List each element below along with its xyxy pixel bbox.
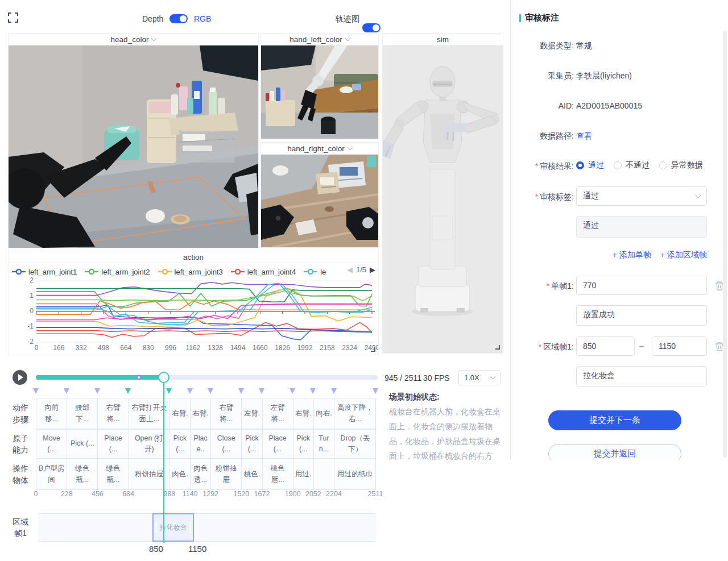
action-steps-cell[interactable]: 左臂. <box>242 398 262 429</box>
objects-cell[interactable]: 肉色透... <box>191 459 211 489</box>
resize-handle-icon[interactable] <box>371 347 375 352</box>
atomic-abilities-cell[interactable]: Pick (... <box>170 430 191 458</box>
action-steps-cell[interactable]: 右臂. <box>170 398 191 429</box>
boundary-marker[interactable] <box>373 388 378 394</box>
single-frame-marker-dot[interactable] <box>136 375 141 380</box>
radio-fail-label[interactable]: 不通过 <box>626 160 650 171</box>
legend-item[interactable]: le <box>304 268 326 276</box>
add-region-frame-link[interactable]: + 添加区域帧 <box>660 250 707 260</box>
boundary-marker[interactable] <box>64 388 69 394</box>
action-steps-cell[interactable]: 腰部下... <box>67 398 98 429</box>
boundary-marker[interactable] <box>125 388 131 394</box>
submit-next-button[interactable]: 提交并下一条 <box>548 410 681 430</box>
objects-cell[interactable]: 用过的纸巾 <box>334 459 376 489</box>
aid-label: AID: <box>511 101 574 110</box>
resize-handle-icon[interactable] <box>495 345 500 350</box>
atomic-abilities-cell[interactable]: Place (... <box>98 430 129 458</box>
hand-right-camera-selector[interactable]: hand_right_color <box>261 143 378 155</box>
playback-speed-select[interactable]: 1.0X <box>458 370 500 385</box>
chart-series-line <box>36 289 372 327</box>
boundary-marker[interactable] <box>33 388 39 394</box>
region-start-input[interactable] <box>576 336 635 356</box>
region-left-handle[interactable] <box>155 522 156 533</box>
legend-item[interactable]: left_arm_joint2 <box>85 268 150 276</box>
region-frame-block[interactable]: 拉化妆盒 <box>152 513 194 542</box>
radio-pass-label[interactable]: 通过 <box>588 160 604 171</box>
atomic-abilities-row-label: 原子能力 <box>10 429 31 459</box>
atomic-abilities-cell[interactable]: Place.. <box>191 430 211 458</box>
boundary-marker[interactable] <box>94 388 100 394</box>
panel-scrollbar[interactable] <box>723 31 727 458</box>
boundary-marker[interactable] <box>289 388 295 394</box>
objects-cell[interactable]: 绿色瓶... <box>98 459 129 489</box>
legend-item[interactable]: left_arm_joint1 <box>12 268 77 276</box>
boundary-marker[interactable] <box>259 388 264 394</box>
action-steps-cell[interactable]: 左臂将... <box>263 398 293 429</box>
radio-fail[interactable] <box>614 161 622 169</box>
radio-abnormal-label[interactable]: 异常数据 <box>671 160 703 171</box>
boundary-marker[interactable] <box>187 388 193 394</box>
atomic-abilities-cell[interactable]: Pick (... <box>293 430 314 458</box>
head-camera-selector[interactable]: head_color <box>9 34 258 45</box>
add-single-frame-link[interactable]: + 添加单帧 <box>613 250 651 260</box>
action-steps-cell[interactable]: 向前移... <box>36 398 67 429</box>
objects-cell[interactable]: 桃色唇... <box>263 459 293 489</box>
atomic-abilities-cell[interactable]: Pick (... <box>67 430 98 458</box>
objects-cell[interactable]: 粉饼抽屉 <box>211 459 242 489</box>
action-steps-cell[interactable]: 右臂. <box>293 398 314 429</box>
tag-select[interactable]: 通过 <box>576 186 707 206</box>
atomic-abilities-cell[interactable]: Place (... <box>263 430 293 458</box>
timeline-slider-handle[interactable] <box>158 372 169 383</box>
atomic-abilities-cell[interactable]: Move (... <box>36 430 67 458</box>
trajectory-toggle[interactable] <box>362 23 380 32</box>
action-steps-cell[interactable]: 高度下降，右... <box>334 398 376 429</box>
action-steps-cell[interactable]: 右臂将... <box>211 398 242 429</box>
tag-note-textarea[interactable]: 通过 <box>576 216 707 238</box>
objects-cell[interactable]: 绿色瓶... <box>67 459 98 489</box>
radio-abnormal[interactable] <box>659 161 667 169</box>
current-frame-line[interactable] <box>163 383 164 543</box>
single-frame-desc-textarea[interactable]: 放置成功 <box>576 305 707 326</box>
play-button[interactable] <box>13 370 27 385</box>
objects-cell[interactable]: 肉色. <box>170 459 191 489</box>
rgb-label: RGB <box>194 14 211 23</box>
boundary-marker[interactable] <box>238 388 244 394</box>
main-area: Depth RGB 轨迹图 head_color <box>0 0 510 561</box>
objects-cell[interactable]: 用过. <box>293 459 314 489</box>
action-steps-cell[interactable]: 右臂将... <box>98 398 129 429</box>
atomic-abilities-cell[interactable]: Drop（丢下） <box>334 430 376 458</box>
atomic-abilities-row: Move (...Pick (...Place (...Open (打开)Pic… <box>36 429 376 459</box>
timeline-slider[interactable] <box>36 375 378 380</box>
legend-next-icon[interactable]: ▶ <box>370 265 375 274</box>
hand-left-camera-selector[interactable]: hand_left_color <box>261 34 378 45</box>
region-end-input[interactable] <box>652 336 707 356</box>
action-steps-cell[interactable]: 右臂. <box>191 398 211 429</box>
objects-cell[interactable] <box>314 459 334 489</box>
atomic-abilities-cell[interactable]: Pick (... <box>242 430 262 458</box>
legend-item[interactable]: left_arm_joint4 <box>231 268 296 276</box>
legend-item[interactable]: left_arm_joint3 <box>158 268 223 276</box>
legend-prev-icon[interactable]: ◀ <box>347 265 353 274</box>
objects-cell[interactable]: B户型房间 <box>36 459 67 489</box>
depth-rgb-toggle[interactable] <box>169 14 188 23</box>
submit-back-button[interactable]: 提交并返回 <box>548 444 681 460</box>
boundary-marker[interactable] <box>310 388 316 394</box>
region-right-handle[interactable] <box>190 522 191 533</box>
chevron-down-icon <box>347 144 353 150</box>
region-frame-track[interactable]: 拉化妆盒 <box>39 513 375 542</box>
region-frame-desc-textarea[interactable]: 拉化妆盒 <box>576 366 707 387</box>
single-frame-input[interactable] <box>576 276 707 295</box>
boundary-marker[interactable] <box>331 388 337 394</box>
data-path-link[interactable]: 查看 <box>576 131 592 142</box>
sim-panel: sim <box>382 33 503 354</box>
radio-pass[interactable] <box>576 161 584 169</box>
action-steps-row-label: 动作步骤 <box>10 398 31 429</box>
action-steps-cell[interactable]: 向右. <box>314 398 334 429</box>
atomic-abilities-cell[interactable]: Turn... <box>314 430 334 458</box>
boundary-marker[interactable] <box>208 388 213 394</box>
x-tick-label: 1992 <box>292 344 317 352</box>
atomic-abilities-cell[interactable]: Close (... <box>211 430 242 458</box>
fullscreen-icon[interactable] <box>8 13 18 23</box>
boundary-marker[interactable] <box>166 388 172 394</box>
objects-cell[interactable]: 桃色. <box>242 459 262 489</box>
